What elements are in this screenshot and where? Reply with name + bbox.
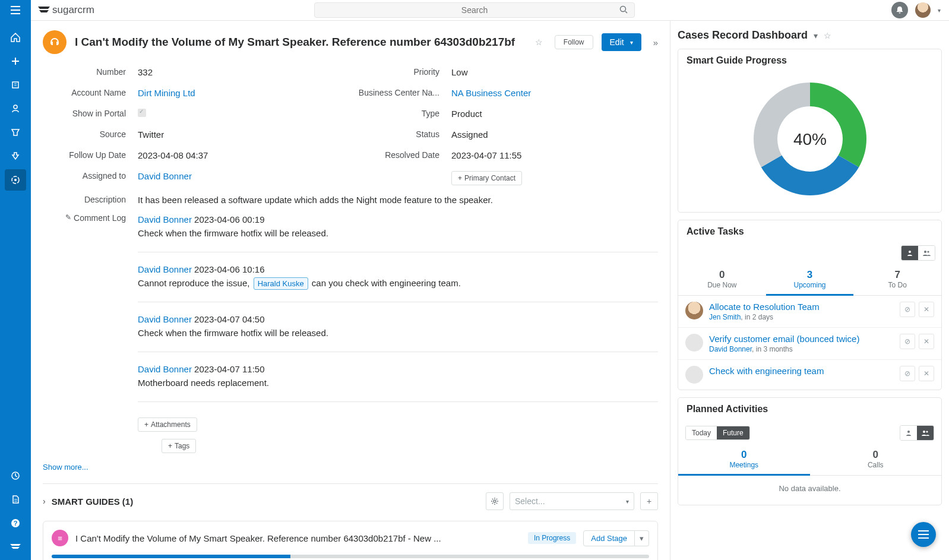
sidebar-create[interactable] [5, 50, 26, 72]
collapse-panel-icon[interactable]: » [653, 37, 658, 48]
add-attachments-button[interactable]: +Attachments [138, 417, 197, 432]
task-assignee-link[interactable]: Jen Smith [709, 313, 741, 321]
filter-mine-button[interactable] [901, 246, 918, 260]
favorite-star-icon[interactable]: ☆ [824, 31, 831, 40]
show-more-link[interactable]: Show more... [43, 463, 658, 472]
global-search-input[interactable] [314, 2, 635, 18]
dashlet-title: Smart Guide Progress [678, 49, 941, 72]
user-avatar[interactable] [915, 2, 931, 18]
add-stage-button[interactable]: Add Stage [583, 530, 635, 546]
value-priority: Low [451, 67, 658, 77]
toggle-future[interactable]: Future [717, 426, 749, 439]
task-cancel-icon[interactable]: ⊘ [900, 302, 915, 317]
checkbox-show-in-portal[interactable] [138, 109, 146, 117]
svg-point-9 [909, 251, 911, 253]
comment-text: Check when the firmware hotfix will be r… [138, 227, 658, 241]
label-source: Source [43, 129, 126, 139]
favorite-star-icon[interactable]: ☆ [532, 35, 546, 49]
sidebar-accounts[interactable] [5, 74, 26, 96]
comment-timestamp: 2023-04-06 00:19 [194, 214, 264, 224]
comment-author[interactable]: David Bonner [138, 264, 192, 274]
task-unlink-icon[interactable]: ✕ [919, 366, 934, 381]
follow-button[interactable]: Follow [555, 35, 593, 49]
toggle-today[interactable]: Today [686, 426, 717, 439]
brand-logo[interactable]: sugarcrm [38, 4, 94, 16]
comment-author[interactable]: David Bonner [138, 314, 192, 324]
comment-author[interactable]: David Bonner [138, 364, 192, 374]
svg-point-4 [14, 179, 17, 181]
sidebar-help[interactable]: ? [5, 512, 26, 534]
logo-icon [38, 5, 50, 15]
smart-guides-settings-button[interactable] [486, 492, 504, 510]
dashlet-smart-guide-progress: Smart Guide Progress 40% [678, 49, 942, 213]
sidebar-recent[interactable] [5, 465, 26, 486]
tab-due-now[interactable]: 0Due Now [678, 265, 766, 295]
task-unlink-icon[interactable]: ✕ [919, 334, 934, 349]
edit-button-label: Edit [610, 37, 624, 47]
sidebar-home[interactable] [5, 27, 26, 48]
task-title-link[interactable]: Verify customer email (bounced twice) [709, 334, 894, 344]
planned-tabs: 0Meetings 0Calls [678, 445, 941, 476]
task-title-link[interactable]: Check with engineering team [709, 366, 894, 376]
sidebar-docs[interactable] [5, 489, 26, 510]
smart-guides-add-button[interactable]: + [640, 492, 658, 510]
add-stage-dropdown[interactable]: ▾ [635, 530, 649, 546]
sidebar-leads[interactable] [5, 145, 26, 167]
task-cancel-icon[interactable]: ⊘ [900, 366, 915, 381]
sidebar-contacts[interactable] [5, 98, 26, 119]
hamburger-menu[interactable] [0, 0, 31, 21]
tab-calls[interactable]: 0Calls [810, 445, 942, 475]
tab-meetings[interactable]: 0Meetings [678, 445, 810, 476]
edit-button[interactable]: Edit▾ [602, 33, 641, 51]
fab-menu-button[interactable] [911, 522, 936, 547]
search-icon[interactable] [619, 5, 628, 14]
comment-timestamp: 2023-04-07 11:50 [194, 364, 264, 374]
value-type: Product [451, 109, 658, 119]
filter-mine-button[interactable] [900, 426, 917, 440]
task-title-link[interactable]: Allocate to Resolution Team [709, 302, 894, 312]
tab-todo[interactable]: 7To Do [853, 265, 941, 295]
svg-point-2 [14, 105, 17, 109]
link-assigned-to[interactable]: David Bonner [138, 171, 192, 181]
task-unlink-icon[interactable]: ✕ [919, 302, 934, 317]
sidebar-cases[interactable] [5, 169, 26, 191]
smart-guides-toggle-icon[interactable]: › [43, 496, 46, 506]
topbar: sugarcrm ▾ [0, 0, 949, 21]
notifications-button[interactable] [891, 2, 908, 18]
chevron-down-icon[interactable]: ▾ [814, 31, 818, 40]
comment-author[interactable]: David Bonner [138, 214, 192, 224]
smart-guide-badge-icon: ≡ [52, 530, 68, 546]
link-business-center[interactable]: NA Business Center [451, 88, 531, 98]
smart-guides-select[interactable]: Select...▾ [510, 492, 634, 510]
smart-guide-card-title[interactable]: I Can't Modify the Volume of My Smart Sp… [75, 533, 521, 543]
filter-team-button[interactable] [918, 246, 935, 260]
add-primary-contact-button[interactable]: +Primary Contact [451, 171, 522, 185]
task-assignee-link[interactable]: David Bonner [709, 345, 752, 353]
user-menu-chevron-icon[interactable]: ▾ [938, 7, 941, 14]
task-avatar [685, 302, 703, 319]
task-cancel-icon[interactable]: ⊘ [900, 334, 915, 349]
plus-icon: + [458, 174, 462, 182]
sidebar-modules[interactable] [5, 536, 26, 558]
label-assigned: Assigned to [43, 171, 126, 181]
plus-icon: + [168, 442, 172, 450]
comment-timestamp: 2023-04-07 04:50 [194, 314, 264, 324]
record-title: I Can't Modify the Volume of My Smart Sp… [75, 36, 524, 49]
progress-segment [290, 555, 649, 558]
label-type: Type [356, 109, 439, 118]
link-account-name[interactable]: Dirt Mining Ltd [138, 88, 195, 98]
sidebar: ? [0, 21, 31, 560]
sidebar-opportunities[interactable] [5, 122, 26, 143]
brand-text: sugarcrm [52, 4, 94, 16]
value-status: Assigned [451, 129, 658, 140]
add-tags-button[interactable]: +Tags [162, 439, 196, 453]
svg-point-10 [924, 251, 926, 253]
filter-team-button[interactable] [917, 426, 934, 440]
pencil-icon[interactable]: ✎ [65, 213, 71, 222]
comment-entry: David Bonner 2023-04-06 00:19 Check when… [138, 213, 658, 252]
label-comment-log: ✎Comment Log [43, 213, 126, 413]
label-followup: Follow Up Date [43, 150, 126, 160]
mention-pill[interactable]: Harald Kuske [254, 277, 308, 290]
comment-entry: David Bonner 2023-04-07 11:50 Motherboar… [138, 363, 658, 402]
tab-upcoming[interactable]: 3Upcoming [766, 265, 854, 296]
